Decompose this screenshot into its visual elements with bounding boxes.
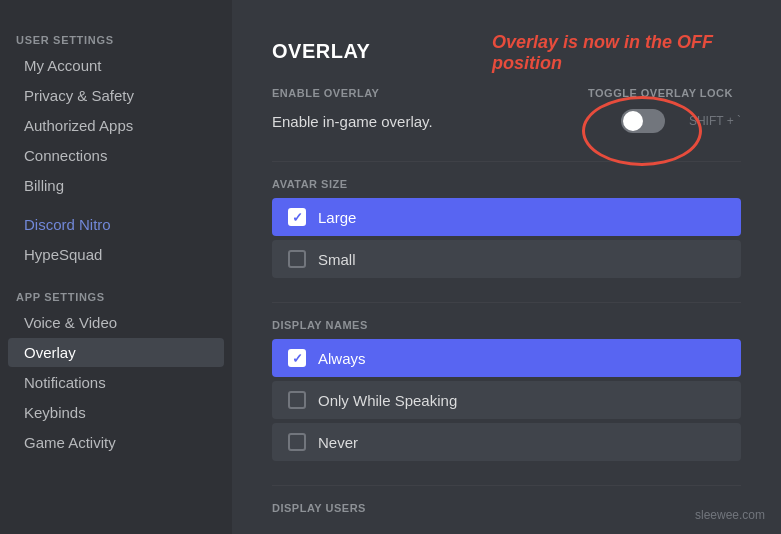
avatar-size-large[interactable]: ✓ Large <box>272 198 741 236</box>
avatar-size-small[interactable]: Small <box>272 240 741 278</box>
avatar-small-checkbox <box>288 250 306 268</box>
toggle-shortcut: SHIFT + ` <box>689 114 741 128</box>
avatar-small-label: Small <box>318 251 356 268</box>
enable-ingame-overlay-label: Enable in-game overlay. <box>272 113 433 130</box>
sidebar: USER SETTINGS My Account Privacy & Safet… <box>0 0 232 534</box>
only-while-speaking-checkbox <box>288 391 306 409</box>
sidebar-item-label: Game Activity <box>24 434 116 451</box>
toggle-overlay-lock-label: TOGGLE OVERLAY LOCK <box>588 87 733 99</box>
toggle-knob <box>623 111 643 131</box>
sidebar-item-discord-nitro[interactable]: Discord Nitro <box>8 210 224 239</box>
divider-3 <box>272 485 741 486</box>
always-label: Always <box>318 350 366 367</box>
sidebar-item-label: Discord Nitro <box>24 216 111 233</box>
never-label: Never <box>318 434 358 451</box>
avatar-size-section: AVATAR SIZE ✓ Large Small <box>272 178 741 278</box>
always-checkbox: ✓ <box>288 349 306 367</box>
display-names-always[interactable]: ✓ Always <box>272 339 741 377</box>
sidebar-item-label: HypeSquad <box>24 246 102 263</box>
never-checkbox <box>288 433 306 451</box>
sidebar-item-connections[interactable]: Connections <box>8 141 224 170</box>
sidebar-item-label: Voice & Video <box>24 314 117 331</box>
display-users-section: DISPLAY USERS <box>272 502 741 514</box>
divider-2 <box>272 302 741 303</box>
enable-overlay-label: ENABLE OVERLAY <box>272 87 379 99</box>
sidebar-item-notifications[interactable]: Notifications <box>8 368 224 397</box>
sidebar-item-label: Billing <box>24 177 64 194</box>
sidebar-item-hypesquad[interactable]: HypeSquad <box>8 240 224 269</box>
avatar-large-label: Large <box>318 209 356 226</box>
sidebar-item-voice-video[interactable]: Voice & Video <box>8 308 224 337</box>
sidebar-item-label: Keybinds <box>24 404 86 421</box>
display-names-never[interactable]: Never <box>272 423 741 461</box>
sidebar-item-authorized-apps[interactable]: Authorized Apps <box>8 111 224 140</box>
sidebar-item-game-activity[interactable]: Game Activity <box>8 428 224 457</box>
enable-overlay-toggle[interactable] <box>621 109 665 133</box>
checkmark-icon: ✓ <box>292 210 303 225</box>
main-content: Overlay is now in the OFF position OVERL… <box>232 0 781 534</box>
avatar-size-label: AVATAR SIZE <box>272 178 741 190</box>
sidebar-item-label: Privacy & Safety <box>24 87 134 104</box>
enable-overlay-section: ENABLE OVERLAY TOGGLE OVERLAY LOCK Enabl… <box>272 87 741 133</box>
display-names-label: DISPLAY NAMES <box>272 319 741 331</box>
divider-1 <box>272 161 741 162</box>
checkmark-icon: ✓ <box>292 351 303 366</box>
only-while-speaking-label: Only While Speaking <box>318 392 457 409</box>
enable-overlay-header: ENABLE OVERLAY TOGGLE OVERLAY LOCK <box>272 87 741 99</box>
sidebar-item-billing[interactable]: Billing <box>8 171 224 200</box>
watermark: sleewee.com <box>695 508 765 522</box>
sidebar-item-label: Authorized Apps <box>24 117 133 134</box>
sidebar-item-overlay[interactable]: Overlay <box>8 338 224 367</box>
display-users-label: DISPLAY USERS <box>272 502 741 514</box>
user-settings-section-label: USER SETTINGS <box>0 28 232 50</box>
sidebar-item-privacy-safety[interactable]: Privacy & Safety <box>8 81 224 110</box>
page-title: OVERLAY <box>272 40 741 63</box>
display-names-only-while-speaking[interactable]: Only While Speaking <box>272 381 741 419</box>
sidebar-item-label: Notifications <box>24 374 106 391</box>
sidebar-item-label: My Account <box>24 57 102 74</box>
avatar-large-checkbox: ✓ <box>288 208 306 226</box>
display-names-section: DISPLAY NAMES ✓ Always Only While Speaki… <box>272 319 741 461</box>
sidebar-item-my-account[interactable]: My Account <box>8 51 224 80</box>
app-settings-section-label: APP SETTINGS <box>0 285 232 307</box>
overlay-right-group: SHIFT + ` <box>621 109 741 133</box>
sidebar-item-label: Connections <box>24 147 107 164</box>
sidebar-item-label: Overlay <box>24 344 76 361</box>
enable-overlay-row: Enable in-game overlay. SHIFT + ` <box>272 109 741 133</box>
sidebar-item-keybinds[interactable]: Keybinds <box>8 398 224 427</box>
